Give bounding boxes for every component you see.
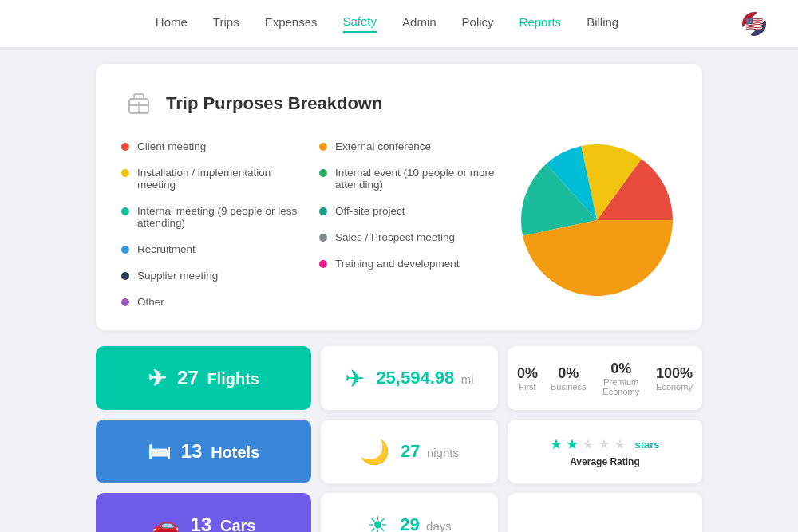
cars-row: 🚗 13 Cars ☀ 29 days (96, 493, 702, 532)
sun-icon: ☀ (367, 511, 389, 533)
dot-client-meeting (121, 143, 129, 151)
nav-links: Home Trips Expenses Safety Admin Policy … (32, 14, 742, 33)
distance-icon: ✈ (345, 365, 365, 392)
hotels-count: 13 Hotels (181, 440, 260, 463)
cabin-class: 0% First 0% Business 0% Premium Economy … (508, 346, 702, 410)
star-1: ★ (550, 435, 563, 453)
nav-expenses[interactable]: Expenses (265, 15, 318, 32)
card-title: Trip Purposes Breakdown (166, 93, 382, 114)
cars-days: ☀ 29 days (321, 493, 498, 532)
dot-training (319, 260, 327, 268)
star-3: ★ (582, 435, 595, 453)
flights-count: 27 Flights (177, 367, 259, 389)
cabin-premium: 0% Premium Economy (599, 361, 643, 396)
flights-main: ✈ 27 Flights (96, 346, 311, 410)
legend-supplier: Supplier meeting (121, 270, 303, 282)
legend-internal-small: Internal meeting (9 people or less atten… (121, 205, 303, 229)
legend-client-meeting: Client meeting (121, 140, 303, 152)
cabin-grid: 0% First 0% Business 0% Premium Economy … (508, 361, 702, 396)
suitcase-icon (121, 86, 156, 121)
pie-svg (521, 144, 673, 296)
legend-internal-large: Internal event (10 people or more attend… (319, 167, 501, 191)
dot-internal-small (121, 207, 129, 215)
nav-admin[interactable]: Admin (402, 15, 437, 32)
legend-offsite: Off-site project (319, 205, 501, 217)
hotels-nights: 🌙 27 nights (321, 420, 498, 483)
cabin-business: 0% Business (551, 365, 587, 392)
card-header: Trip Purposes Breakdown (121, 86, 677, 121)
cars-extra (508, 493, 702, 532)
navbar: Home Trips Expenses Safety Admin Policy … (0, 0, 798, 48)
stars-label: stars (634, 439, 659, 451)
legend-installation: Installation / implementation meeting (121, 167, 303, 191)
main-content: Trip Purposes Breakdown Client meeting I… (0, 48, 798, 532)
flights-row: ✈ 27 Flights ✈ 25,594.98 mi 0% First (96, 346, 702, 410)
flights-icon: ✈ (148, 365, 166, 392)
hotels-rating: ★ ★ ★ ★ ★ stars Average Rating (508, 420, 702, 483)
legend-col-left: Client meeting Installation / implementa… (121, 140, 303, 308)
cars-icon: 🚗 (152, 512, 180, 533)
stars-wrapper: ★ ★ ★ ★ ★ stars Average Rating (550, 435, 659, 467)
card-body: Client meeting Installation / implementa… (121, 140, 677, 308)
dot-installation (121, 169, 129, 177)
dot-external-conf (319, 143, 327, 151)
cars-count: 13 Cars (191, 514, 256, 532)
star-4: ★ (598, 435, 610, 453)
avg-rating-label: Average Rating (570, 456, 640, 467)
cars-main: 🚗 13 Cars (96, 493, 311, 532)
nav-safety[interactable]: Safety (343, 14, 377, 33)
nav-policy[interactable]: Policy (462, 15, 494, 32)
stats-section: ✈ 27 Flights ✈ 25,594.98 mi 0% First (96, 346, 702, 532)
legend-recruitment: Recruitment (121, 243, 303, 255)
legend-col-right: External conference Internal event (10 p… (319, 140, 501, 308)
pie-chart (517, 140, 677, 300)
dot-other (121, 298, 129, 306)
star-2: ★ (566, 435, 579, 453)
dot-offsite (319, 207, 327, 215)
flights-distance: ✈ 25,594.98 mi (321, 346, 498, 410)
dot-recruitment (121, 246, 129, 254)
legend-external-conf: External conference (319, 140, 501, 152)
trip-purposes-card: Trip Purposes Breakdown Client meeting I… (96, 64, 702, 330)
hotels-main: 🛏 13 Hotels (96, 420, 311, 483)
star-5: ★ (614, 435, 626, 453)
night-icon: 🌙 (360, 438, 389, 466)
legend-other: Other (121, 296, 303, 308)
nav-home[interactable]: Home (156, 15, 188, 32)
flag-icon[interactable]: 🇺🇸 (742, 12, 766, 36)
hotels-icon: 🛏 (148, 439, 170, 465)
legend-training: Training and development (319, 258, 501, 270)
hotels-row: 🛏 13 Hotels 🌙 27 nights ★ ★ ★ (96, 420, 702, 483)
legend-sales: Sales / Prospect meeting (319, 231, 501, 243)
nav-trips[interactable]: Trips (213, 15, 239, 32)
cabin-first: 0% First (517, 365, 538, 392)
dot-internal-large (319, 169, 327, 177)
dot-sales (319, 234, 327, 242)
nav-billing[interactable]: Billing (587, 15, 618, 32)
dot-supplier (121, 272, 129, 280)
stars-row: ★ ★ ★ ★ ★ stars (550, 435, 659, 453)
cabin-economy: 100% Economy (656, 365, 693, 392)
nav-reports[interactable]: Reports (519, 15, 562, 32)
